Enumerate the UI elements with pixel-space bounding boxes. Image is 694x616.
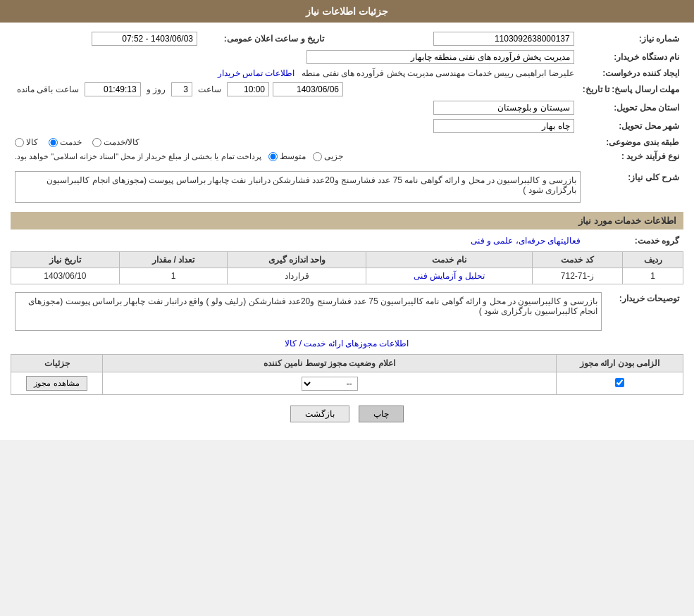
requester-label: ایجاد کننده درخواست: (578, 66, 683, 80)
buyer-desc-label: توصیحات خریدار: (606, 290, 683, 333)
general-desc-label: شرح کلی نیاز: (585, 169, 683, 205)
remaining-time-input[interactable] (85, 82, 141, 96)
cell-name: تحلیل و آزمایش فنی (366, 268, 532, 284)
buyer-org-value (11, 48, 578, 66)
service-group-value: فعالیتهای حرفه‌ای، علمی و فنی (11, 234, 585, 248)
service-group-table: گروه خدمت: فعالیتهای حرفه‌ای، علمی و فنی (11, 234, 683, 248)
print-button[interactable]: چاپ (359, 406, 404, 422)
service-group-link[interactable]: فعالیتهای حرفه‌ای، علمی و فنی (471, 236, 581, 246)
main-info-table: شماره نیاز: تاریخ و ساعت اعلان عمومی: نا… (11, 30, 683, 163)
process-small-label: جزیی (324, 151, 343, 161)
buyer-desc-box: بازرسی و کالیبراسیون در محل و ارائه گواه… (15, 292, 602, 331)
need-number-input[interactable] (433, 32, 574, 46)
time-input[interactable] (227, 82, 269, 96)
process-row: پرداخت تمام یا بخشی از مبلغ خریدار از مح… (11, 149, 578, 163)
cell-date: 1403/06/10 (11, 268, 120, 284)
permit-status-select[interactable]: -- (302, 377, 358, 391)
need-number-value (328, 30, 578, 48)
days-input[interactable] (171, 82, 192, 96)
permit-details-cell: مشاهده مجوز (11, 372, 103, 395)
classification-both-radio[interactable] (92, 138, 101, 147)
col-required: الزامی بودن ارائه مجوز (557, 355, 683, 372)
col-unit: واحد اندازه گیری (228, 252, 366, 268)
description-table: شرح کلی نیاز: بازرسی و کالیبراسیون در مح… (11, 169, 683, 205)
general-desc-box: بازرسی و کالیبراسیون در محل و ارائه گواه… (15, 171, 581, 203)
buyer-desc-table: توصیحات خریدار: بازرسی و کالیبراسیون در … (11, 290, 683, 333)
classification-label: طبقه بندی موضوعی: (578, 135, 683, 149)
city-label: شهر محل تحویل: (578, 117, 683, 135)
col-code: کد خدمت (532, 252, 622, 268)
time-label: ساعت (198, 84, 221, 94)
cell-unit: قرارداد (228, 268, 366, 284)
requester-contact-link[interactable]: اطلاعات تماس خریدار (218, 68, 295, 78)
city-value (11, 117, 578, 135)
service-group-label: گروه خدمت: (585, 234, 683, 248)
date-time-input[interactable] (92, 32, 197, 46)
permits-table: الزامی بودن ارائه مجوز اعلام وضعیت مجوز … (11, 354, 683, 395)
cell-row: 1 (623, 268, 683, 284)
services-data-table: ردیف کد خدمت نام خدمت واحد اندازه گیری ت… (11, 251, 683, 284)
buyer-desc-value: بازرسی و کالیبراسیون در محل و ارائه گواه… (11, 290, 606, 333)
service-name-link[interactable]: تحلیل و آزمایش فنی (414, 271, 485, 281)
process-label: نوع فرآیند خرید : (578, 149, 683, 163)
requester-text: علیرضا ابراهیمی رییس خدمات مهندسی مدیریت… (302, 68, 574, 78)
services-section-title: اطلاعات خدمات مورد نیاز (11, 212, 683, 230)
remaining-time-label: ساعت باقی مانده (17, 84, 79, 94)
cell-code: ز-71-712 (532, 268, 622, 284)
col-qty: تعداد / مقدار (119, 252, 228, 268)
process-small-radio[interactable] (313, 152, 322, 161)
classification-kala-label: کالا (26, 137, 38, 147)
process-medium-label: متوسط (280, 151, 306, 161)
date-time-value (11, 30, 202, 48)
process-medium-radio[interactable] (268, 152, 278, 161)
cell-qty: 1 (119, 268, 228, 284)
deadline-label: مهلت ارسال پاسخ: تا تاریخ: (578, 80, 683, 99)
col-status: اعلام وضعیت مجوز توسط نامین کننده (103, 355, 557, 372)
page-header: جزئیات اطلاعات نیاز (0, 0, 694, 23)
col-name: نام خدمت (366, 252, 532, 268)
province-value (11, 99, 578, 117)
general-desc-value: بازرسی و کالیبراسیون در محل و ارائه گواه… (11, 169, 585, 205)
city-input[interactable] (433, 119, 574, 133)
table-row: -- مشاهده مجوز (11, 372, 683, 395)
table-row: 1 ز-71-712 تحلیل و آزمایش فنی قرارداد 1 … (11, 268, 683, 284)
days-label: روز و (147, 84, 166, 94)
permit-status-cell: -- (103, 372, 557, 395)
classification-both-label: کالا/خدمت (104, 137, 140, 147)
permit-required-cell (557, 372, 683, 395)
permits-section-link[interactable]: اطلاعات مجوزهای ارائه خدمت / کالا (11, 339, 683, 348)
date-time-label: تاریخ و ساعت اعلان عمومی: (202, 30, 328, 48)
buyer-org-label: نام دستگاه خریدار: (578, 48, 683, 66)
view-permit-button[interactable]: مشاهده مجوز (26, 376, 87, 391)
bottom-buttons: چاپ بازگشت (11, 395, 683, 433)
classification-kala-radio[interactable] (15, 138, 24, 147)
classification-row: کالا خدمت کالا/خدمت (11, 135, 578, 149)
need-number-label: شماره نیاز: (578, 30, 683, 48)
col-row: ردیف (623, 252, 683, 268)
permit-required-checkbox[interactable] (615, 378, 624, 387)
province-input[interactable] (433, 101, 574, 115)
classification-service-label: خدمت (60, 137, 82, 147)
col-details: جزئیات (11, 355, 103, 372)
buyer-org-input[interactable] (306, 50, 574, 64)
header-title: جزئیات اطلاعات نیاز (306, 6, 388, 17)
deadline-row: ساعت باقی مانده روز و ساعت (11, 80, 578, 99)
requester-value: علیرضا ابراهیمی رییس خدمات مهندسی مدیریت… (11, 66, 578, 80)
deadline-date-input[interactable] (273, 82, 343, 96)
province-label: استان محل تحویل: (578, 99, 683, 117)
classification-service-radio[interactable] (49, 138, 58, 147)
col-date: تاریخ نیاز (11, 252, 120, 268)
back-button[interactable]: بازگشت (290, 406, 349, 422)
process-note: پرداخت تمام یا بخشی از مبلغ خریدار از مح… (15, 152, 261, 161)
